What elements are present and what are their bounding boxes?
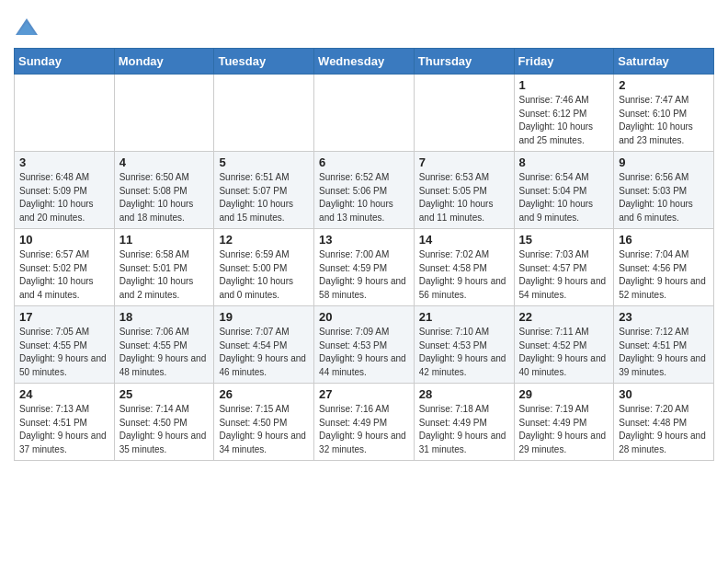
day-info: Sunrise: 7:04 AM Sunset: 4:56 PM Dayligh…: [619, 248, 709, 302]
weekday-tuesday: Tuesday: [214, 49, 314, 75]
day-number: 23: [619, 310, 709, 324]
week-row-5: 24Sunrise: 7:13 AM Sunset: 4:51 PM Dayli…: [15, 384, 714, 461]
day-number: 7: [419, 155, 509, 169]
day-info: Sunrise: 7:05 AM Sunset: 4:55 PM Dayligh…: [19, 326, 109, 379]
logo: [14, 15, 43, 40]
day-info: Sunrise: 7:14 AM Sunset: 4:50 PM Dayligh…: [119, 403, 210, 456]
day-cell: 24Sunrise: 7:13 AM Sunset: 4:51 PM Dayli…: [15, 384, 115, 461]
day-number: 18: [119, 310, 210, 324]
day-info: Sunrise: 7:10 AM Sunset: 4:53 PM Dayligh…: [419, 326, 509, 379]
day-cell: 20Sunrise: 7:09 AM Sunset: 4:53 PM Dayli…: [314, 306, 415, 384]
day-cell: 9Sunrise: 6:56 AM Sunset: 5:03 PM Daylig…: [614, 152, 714, 229]
day-info: Sunrise: 7:02 AM Sunset: 4:58 PM Dayligh…: [419, 248, 509, 302]
logo-icon: [14, 15, 40, 40]
day-cell: 1Sunrise: 7:46 AM Sunset: 6:12 PM Daylig…: [514, 75, 614, 152]
page: SundayMondayTuesdayWednesdayThursdayFrid…: [0, 0, 728, 475]
weekday-header-row: SundayMondayTuesdayWednesdayThursdayFrid…: [15, 49, 714, 75]
day-info: Sunrise: 6:50 AM Sunset: 5:08 PM Dayligh…: [119, 171, 210, 224]
day-cell: 27Sunrise: 7:16 AM Sunset: 4:49 PM Dayli…: [314, 384, 415, 461]
day-cell: 26Sunrise: 7:15 AM Sunset: 4:50 PM Dayli…: [214, 384, 314, 461]
day-info: Sunrise: 7:47 AM Sunset: 6:10 PM Dayligh…: [619, 94, 709, 147]
day-number: 2: [619, 78, 709, 92]
day-cell: 11Sunrise: 6:58 AM Sunset: 5:01 PM Dayli…: [114, 229, 214, 306]
day-cell: 25Sunrise: 7:14 AM Sunset: 4:50 PM Dayli…: [114, 384, 214, 461]
weekday-monday: Monday: [114, 49, 214, 75]
day-cell: 29Sunrise: 7:19 AM Sunset: 4:49 PM Dayli…: [514, 384, 614, 461]
day-cell: 28Sunrise: 7:18 AM Sunset: 4:49 PM Dayli…: [414, 384, 514, 461]
day-cell: 23Sunrise: 7:12 AM Sunset: 4:51 PM Dayli…: [614, 306, 714, 384]
day-info: Sunrise: 6:56 AM Sunset: 5:03 PM Dayligh…: [619, 171, 709, 224]
day-cell: 2Sunrise: 7:47 AM Sunset: 6:10 PM Daylig…: [614, 75, 714, 152]
day-cell: 15Sunrise: 7:03 AM Sunset: 4:57 PM Dayli…: [514, 229, 614, 306]
weekday-sunday: Sunday: [15, 49, 115, 75]
calendar-table: SundayMondayTuesdayWednesdayThursdayFrid…: [14, 48, 714, 461]
day-info: Sunrise: 7:00 AM Sunset: 4:59 PM Dayligh…: [319, 248, 409, 302]
day-number: 30: [619, 387, 709, 401]
day-number: 22: [519, 310, 609, 324]
day-cell: 14Sunrise: 7:02 AM Sunset: 4:58 PM Dayli…: [414, 229, 514, 306]
day-number: 24: [19, 387, 109, 401]
day-number: 19: [219, 310, 309, 324]
day-cell: 13Sunrise: 7:00 AM Sunset: 4:59 PM Dayli…: [314, 229, 415, 306]
day-cell: 4Sunrise: 6:50 AM Sunset: 5:08 PM Daylig…: [114, 152, 214, 229]
day-number: 12: [219, 233, 309, 247]
day-info: Sunrise: 6:59 AM Sunset: 5:00 PM Dayligh…: [219, 248, 309, 302]
day-cell: 12Sunrise: 6:59 AM Sunset: 5:00 PM Dayli…: [214, 229, 314, 306]
day-number: 25: [119, 387, 210, 401]
day-info: Sunrise: 6:57 AM Sunset: 5:02 PM Dayligh…: [19, 248, 109, 302]
day-info: Sunrise: 7:07 AM Sunset: 4:54 PM Dayligh…: [219, 326, 309, 379]
day-info: Sunrise: 6:53 AM Sunset: 5:05 PM Dayligh…: [419, 171, 509, 224]
day-cell: 3Sunrise: 6:48 AM Sunset: 5:09 PM Daylig…: [15, 152, 115, 229]
day-number: 29: [519, 387, 609, 401]
day-cell: [414, 75, 514, 152]
day-cell: [214, 75, 314, 152]
header: [14, 9, 714, 40]
day-info: Sunrise: 7:19 AM Sunset: 4:49 PM Dayligh…: [519, 403, 609, 456]
day-number: 27: [319, 387, 409, 401]
day-cell: 8Sunrise: 6:54 AM Sunset: 5:04 PM Daylig…: [514, 152, 614, 229]
day-number: 9: [619, 155, 709, 169]
day-number: 17: [19, 310, 109, 324]
day-number: 10: [19, 233, 109, 247]
weekday-wednesday: Wednesday: [314, 49, 415, 75]
day-cell: [314, 75, 415, 152]
day-cell: 17Sunrise: 7:05 AM Sunset: 4:55 PM Dayli…: [15, 306, 115, 384]
day-info: Sunrise: 6:52 AM Sunset: 5:06 PM Dayligh…: [319, 171, 409, 224]
week-row-4: 17Sunrise: 7:05 AM Sunset: 4:55 PM Dayli…: [15, 306, 714, 384]
day-cell: 18Sunrise: 7:06 AM Sunset: 4:55 PM Dayli…: [114, 306, 214, 384]
day-number: 26: [219, 387, 309, 401]
day-info: Sunrise: 7:13 AM Sunset: 4:51 PM Dayligh…: [19, 403, 109, 456]
day-info: Sunrise: 7:09 AM Sunset: 4:53 PM Dayligh…: [319, 326, 409, 379]
day-number: 1: [519, 78, 609, 92]
day-cell: 21Sunrise: 7:10 AM Sunset: 4:53 PM Dayli…: [414, 306, 514, 384]
day-number: 20: [319, 310, 409, 324]
day-number: 16: [619, 233, 709, 247]
day-info: Sunrise: 6:58 AM Sunset: 5:01 PM Dayligh…: [119, 248, 210, 302]
day-info: Sunrise: 7:12 AM Sunset: 4:51 PM Dayligh…: [619, 326, 709, 379]
day-cell: [15, 75, 115, 152]
day-cell: 22Sunrise: 7:11 AM Sunset: 4:52 PM Dayli…: [514, 306, 614, 384]
week-row-3: 10Sunrise: 6:57 AM Sunset: 5:02 PM Dayli…: [15, 229, 714, 306]
day-info: Sunrise: 7:06 AM Sunset: 4:55 PM Dayligh…: [119, 326, 210, 379]
day-cell: [114, 75, 214, 152]
day-cell: 30Sunrise: 7:20 AM Sunset: 4:48 PM Dayli…: [614, 384, 714, 461]
day-info: Sunrise: 7:46 AM Sunset: 6:12 PM Dayligh…: [519, 94, 609, 147]
day-number: 13: [319, 233, 409, 247]
day-info: Sunrise: 7:16 AM Sunset: 4:49 PM Dayligh…: [319, 403, 409, 456]
day-info: Sunrise: 7:11 AM Sunset: 4:52 PM Dayligh…: [519, 326, 609, 379]
day-info: Sunrise: 7:03 AM Sunset: 4:57 PM Dayligh…: [519, 248, 609, 302]
weekday-saturday: Saturday: [614, 49, 714, 75]
day-number: 11: [119, 233, 210, 247]
day-number: 6: [319, 155, 409, 169]
day-number: 15: [519, 233, 609, 247]
day-info: Sunrise: 7:15 AM Sunset: 4:50 PM Dayligh…: [219, 403, 309, 456]
weekday-thursday: Thursday: [414, 49, 514, 75]
day-info: Sunrise: 7:18 AM Sunset: 4:49 PM Dayligh…: [419, 403, 509, 456]
day-number: 4: [119, 155, 210, 169]
day-info: Sunrise: 6:48 AM Sunset: 5:09 PM Dayligh…: [19, 171, 109, 224]
weekday-friday: Friday: [514, 49, 614, 75]
day-cell: 16Sunrise: 7:04 AM Sunset: 4:56 PM Dayli…: [614, 229, 714, 306]
week-row-2: 3Sunrise: 6:48 AM Sunset: 5:09 PM Daylig…: [15, 152, 714, 229]
day-info: Sunrise: 6:54 AM Sunset: 5:04 PM Dayligh…: [519, 171, 609, 224]
day-info: Sunrise: 6:51 AM Sunset: 5:07 PM Dayligh…: [219, 171, 309, 224]
